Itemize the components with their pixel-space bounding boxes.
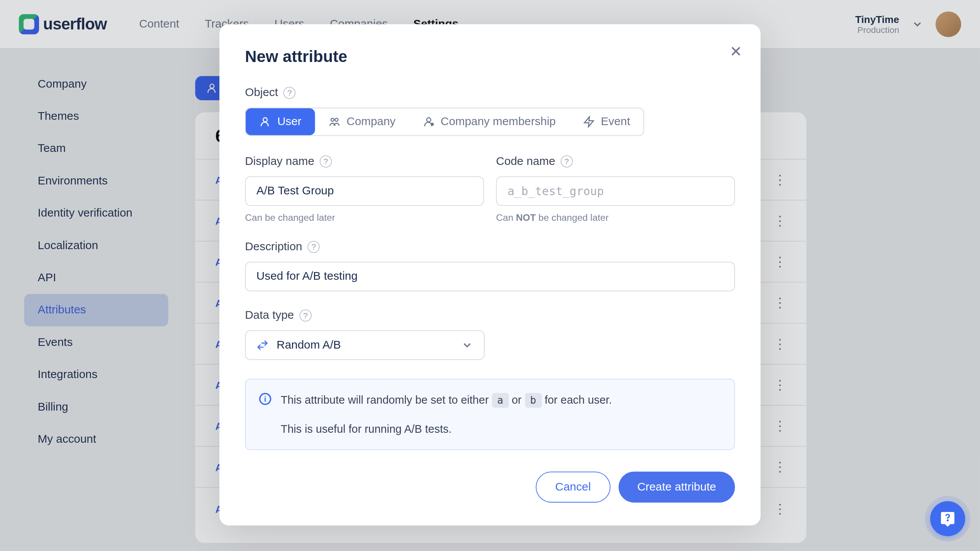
svg-point-5 [431,123,433,125]
display-name-label: Display name ? [245,155,484,168]
help-icon[interactable]: ? [299,310,312,322]
description-input[interactable] [245,262,735,291]
help-launcher[interactable] [930,501,965,536]
svg-point-3 [335,118,338,121]
display-name-helper: Can be changed later [245,212,484,223]
help-icon[interactable]: ? [283,87,296,99]
create-attribute-button[interactable]: Create attribute [618,471,735,502]
code-name-input[interactable] [496,176,735,206]
modal-footer: Cancel Create attribute [245,471,735,502]
info-box: i This attribute will randomly be set to… [245,379,735,450]
help-icon[interactable]: ? [320,155,332,168]
info-icon: i [259,393,271,405]
new-attribute-modal: New attribute ✕ Object ? User Company Co… [219,24,761,525]
object-company[interactable]: Company [315,108,409,135]
svg-point-2 [331,118,334,121]
code-name-helper: Can NOT be changed later [496,212,735,223]
info-text: This attribute will randomly be set to e… [281,391,612,437]
inline-code-a: a [492,393,509,408]
svg-marker-6 [584,117,593,127]
help-icon[interactable]: ? [308,241,320,253]
object-segmented: User Company Company membership Event [245,108,644,136]
data-type-select[interactable]: Random A/B [245,330,485,360]
data-type-value: Random A/B [277,338,341,352]
help-icon[interactable]: ? [560,155,573,168]
object-membership[interactable]: Company membership [409,108,569,135]
close-icon[interactable]: ✕ [730,43,742,61]
description-label: Description ? [245,240,735,254]
inline-code-b: b [525,393,542,408]
cancel-button[interactable]: Cancel [536,471,610,502]
object-user[interactable]: User [246,108,315,135]
modal-title: New attribute [245,47,735,66]
chevron-down-icon [461,339,473,351]
code-name-label: Code name ? [496,155,735,168]
svg-point-1 [263,118,267,122]
object-event[interactable]: Event [569,108,644,135]
data-type-label: Data type ? [245,309,735,322]
object-label: Object ? [245,86,735,99]
svg-point-4 [426,118,431,122]
display-name-input[interactable] [245,176,484,206]
